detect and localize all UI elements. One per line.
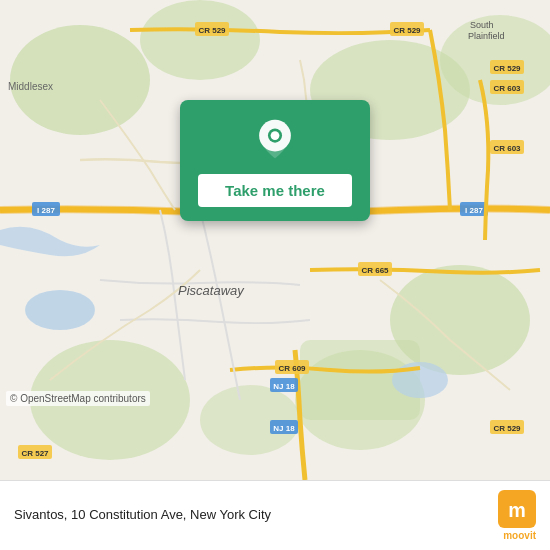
svg-text:CR 609: CR 609 <box>278 364 306 373</box>
map-attribution: © OpenStreetMap contributors <box>6 391 150 406</box>
svg-text:CR 529: CR 529 <box>493 424 521 433</box>
svg-text:CR 529: CR 529 <box>493 64 521 73</box>
svg-text:CR 529: CR 529 <box>393 26 421 35</box>
svg-text:m: m <box>508 499 526 521</box>
svg-text:Plainfield: Plainfield <box>468 31 505 41</box>
svg-text:Piscataway: Piscataway <box>178 283 245 298</box>
svg-text:CR 665: CR 665 <box>361 266 389 275</box>
svg-point-11 <box>392 362 448 398</box>
bottom-bar: Sivantos, 10 Constitution Ave, New York … <box>0 480 550 550</box>
svg-point-10 <box>25 290 95 330</box>
svg-text:CR 603: CR 603 <box>493 84 521 93</box>
svg-text:CR 603: CR 603 <box>493 144 521 153</box>
take-me-there-button[interactable]: Take me there <box>198 174 352 207</box>
location-pin-icon <box>253 118 297 162</box>
location-card: Take me there <box>180 100 370 221</box>
svg-text:I 287: I 287 <box>37 206 55 215</box>
svg-text:CR 529: CR 529 <box>198 26 226 35</box>
svg-text:NJ 18: NJ 18 <box>273 424 295 433</box>
svg-point-1 <box>10 25 150 135</box>
svg-text:I 287: I 287 <box>465 206 483 215</box>
address-text: Sivantos, 10 Constitution Ave, New York … <box>14 506 488 524</box>
map-container: I 287 I 287 I 287 CR 529 CR 529 CR 529 C… <box>0 0 550 480</box>
svg-text:Middlesex: Middlesex <box>8 81 53 92</box>
moovit-icon: m <box>498 490 536 528</box>
moovit-logo: m moovit <box>498 490 536 541</box>
svg-point-2 <box>140 0 260 80</box>
moovit-label: moovit <box>503 530 536 541</box>
svg-text:South: South <box>470 20 494 30</box>
svg-text:NJ 18: NJ 18 <box>273 382 295 391</box>
svg-text:CR 527: CR 527 <box>21 449 49 458</box>
svg-point-46 <box>271 131 280 140</box>
map-svg: I 287 I 287 I 287 CR 529 CR 529 CR 529 C… <box>0 0 550 480</box>
